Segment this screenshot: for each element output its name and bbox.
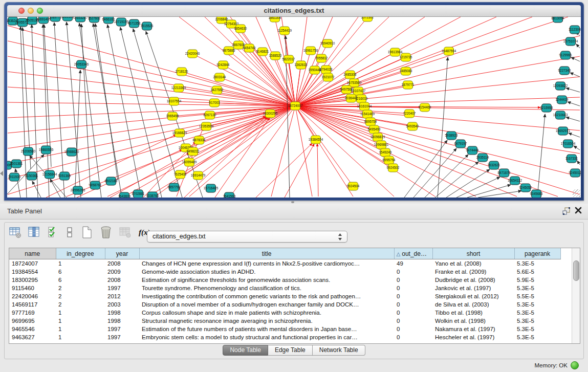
table-row[interactable]: 1938455462009Genome-wide association stu… bbox=[9, 268, 560, 276]
collapse-panel-handle-icon[interactable] bbox=[0, 171, 3, 176]
graph-node-label: 2036442 bbox=[345, 96, 358, 100]
table-mode-button[interactable] bbox=[9, 226, 22, 239]
graph-node-label: 8454749 bbox=[243, 46, 256, 50]
graph-node-label: 16099489 bbox=[182, 160, 197, 164]
tab-network-table[interactable]: Network Table bbox=[313, 345, 365, 356]
column-header[interactable]: title bbox=[139, 248, 394, 259]
status-bar: Memory: OK bbox=[0, 359, 588, 372]
graph-node-label: 19166829 bbox=[172, 131, 187, 135]
graph-node-label: 8267130 bbox=[204, 113, 216, 117]
scrollbar-thumb[interactable] bbox=[573, 260, 579, 281]
graph-node-label: 1965498 bbox=[166, 114, 179, 118]
graph-edge bbox=[46, 135, 176, 198]
graph-edge bbox=[20, 27, 27, 198]
new-column-button[interactable] bbox=[80, 226, 94, 239]
table-row[interactable]: 911546021997Tourette syndrome. Phenomeno… bbox=[9, 284, 560, 292]
graph-node-label: 16753560 bbox=[347, 81, 362, 84]
graph-node-label: 10653287 bbox=[73, 17, 88, 19]
resize-grip-icon[interactable] bbox=[573, 189, 580, 197]
graph-node-label: 2803144 bbox=[213, 75, 226, 79]
column-header[interactable]: in_degree bbox=[56, 248, 105, 259]
graph-node-label: 2718126 bbox=[176, 70, 188, 73]
graph-node-label: 9895754 bbox=[364, 120, 377, 123]
graph-edge bbox=[566, 88, 580, 92]
graph-node-label: 12353594 bbox=[199, 124, 214, 128]
graph-node-label: 5493540 bbox=[406, 124, 419, 128]
graph-node-label: 1921072 bbox=[322, 75, 335, 79]
graph-node-label: 18988620 bbox=[64, 150, 79, 154]
graph-node-label: 9242844 bbox=[217, 63, 230, 67]
graph-node-label: 20053346 bbox=[74, 62, 89, 66]
column-header[interactable]: short bbox=[432, 248, 514, 259]
column-header[interactable]: name bbox=[9, 248, 56, 259]
graph-edge bbox=[295, 77, 328, 106]
vertical-scrollbar[interactable] bbox=[572, 248, 580, 343]
node-table-viewport[interactable]: namein_degreeyeartitle△out_de…shortpager… bbox=[9, 248, 580, 344]
table-row[interactable]: 946554611997Estimation of the future num… bbox=[9, 325, 560, 333]
graph-edge bbox=[435, 162, 478, 198]
graph-edge bbox=[574, 146, 580, 150]
graph-node-label: 2935114 bbox=[476, 156, 489, 159]
select-all-button[interactable] bbox=[47, 226, 60, 239]
graph-node-label: 9345683 bbox=[530, 192, 543, 195]
graph-node-label: 9857791 bbox=[168, 185, 181, 189]
graph-node-label: 9474444 bbox=[466, 148, 479, 152]
graph-edge bbox=[8, 26, 295, 106]
table-row[interactable]: 977716911998Corpus callosum shape and si… bbox=[9, 309, 560, 317]
graph-node-label: 7955812 bbox=[315, 56, 328, 60]
graph-node-label: 5938923 bbox=[445, 134, 458, 137]
graph-node-label: 9245052 bbox=[519, 186, 532, 189]
graph-edge bbox=[256, 143, 312, 198]
delete-table-button[interactable] bbox=[119, 226, 132, 239]
table-row[interactable]: 1872400712008Changes of HCN gene express… bbox=[9, 259, 560, 268]
close-panel-icon[interactable] bbox=[575, 207, 582, 216]
graph-node-label: 19613984 bbox=[388, 50, 403, 54]
graph-node-label: 11254419 bbox=[277, 29, 292, 32]
table-row[interactable]: 1456911722003Disruption of a novel membe… bbox=[9, 300, 560, 309]
graph-node-label: 16940910 bbox=[320, 41, 335, 45]
float-panel-icon[interactable] bbox=[562, 207, 571, 217]
table-row[interactable]: 969969511998Structural magnetic resonanc… bbox=[9, 317, 560, 325]
graph-node-label: 3911930 bbox=[8, 175, 21, 179]
graph-node-label: 6479197 bbox=[454, 142, 467, 145]
graph-edge bbox=[478, 191, 521, 198]
table-row[interactable]: 2242004622012Investigating the contribut… bbox=[9, 292, 560, 300]
graph-node-label: 7220407 bbox=[403, 112, 416, 115]
graph-node-label: 917003 bbox=[209, 101, 220, 104]
deselect-all-button[interactable] bbox=[66, 226, 74, 239]
tab-edge-table[interactable]: Edge Table bbox=[268, 345, 313, 356]
graph-node-label: 1167331 bbox=[565, 157, 578, 160]
graph-node-label: 24596266 bbox=[71, 188, 85, 192]
graph-node-label: 25206580 bbox=[21, 149, 36, 153]
graph-node-label: 9875885 bbox=[223, 49, 235, 52]
graph-node-label: 17016504 bbox=[561, 142, 576, 145]
graph-node-label: 9227343 bbox=[558, 69, 571, 72]
graph-node-label: 6794028 bbox=[320, 68, 333, 71]
graph-node-label: 19860555 bbox=[39, 148, 54, 151]
column-header[interactable]: year bbox=[105, 248, 139, 259]
table-row[interactable]: 1830029562008Estimation of significance … bbox=[9, 276, 560, 284]
window-titlebar[interactable]: citations_edges.txt bbox=[7, 5, 581, 17]
tab-node-table[interactable]: Node Table bbox=[223, 345, 268, 356]
network-window: citations_edges.txt 18724007183624424955… bbox=[4, 2, 584, 201]
network-svg[interactable]: 1872400718362442495572495051352069140620… bbox=[7, 17, 581, 198]
network-view[interactable]: 1872400718362442495572495051352069140620… bbox=[7, 17, 581, 198]
sort-ascending-icon: △ bbox=[397, 251, 401, 257]
column-header[interactable]: pagerank bbox=[514, 248, 560, 259]
graph-edge bbox=[576, 44, 580, 48]
graph-node-label: 1244419 bbox=[556, 98, 569, 101]
graph-edge bbox=[570, 73, 580, 77]
graph-edge bbox=[295, 51, 311, 106]
graph-edge bbox=[77, 149, 182, 198]
graph-node-label: 5497568 bbox=[340, 87, 353, 91]
column-visibility-button[interactable] bbox=[28, 226, 41, 239]
table-source-select[interactable]: citations_edges.txt bbox=[147, 231, 347, 243]
graph-node-label: 7632621 bbox=[488, 163, 500, 167]
delete-column-button[interactable] bbox=[99, 226, 113, 239]
select-arrows-icon bbox=[338, 233, 342, 245]
table-row[interactable]: 946362711997Embryonic stem cells: a mode… bbox=[9, 333, 560, 341]
graph-node-label: 22420046 bbox=[185, 52, 200, 55]
column-header[interactable]: △out_de… bbox=[394, 248, 432, 259]
split-divider-handle[interactable] bbox=[291, 201, 294, 203]
graph-node-label: 8215958 bbox=[540, 106, 553, 110]
